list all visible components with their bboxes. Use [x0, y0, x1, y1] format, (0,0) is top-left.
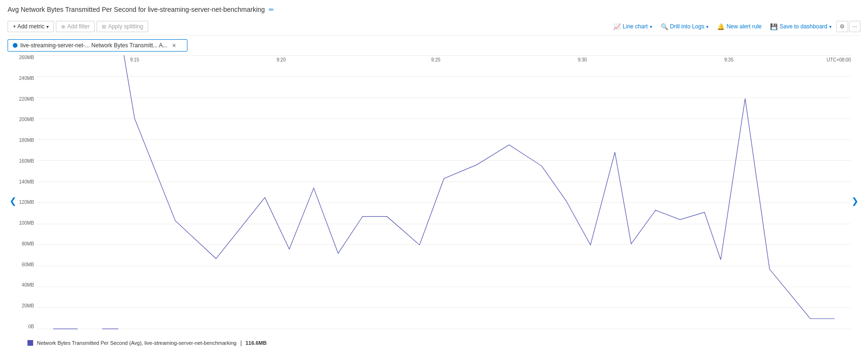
y-axis-label: 40MB [17, 283, 37, 288]
save-dashboard-label: Save to dashboard [779, 23, 827, 30]
filter-icon: ⊕ [61, 24, 65, 30]
legend-color [27, 340, 33, 346]
y-axis-label: 100MB [17, 221, 37, 226]
y-axis-label: 80MB [17, 242, 37, 246]
metric-tag[interactable]: live-streaming-server-net-... Network By… [8, 39, 187, 52]
drill-logs-icon: 🔍 [661, 23, 668, 30]
line-chart-label: Line chart [623, 23, 648, 30]
apply-splitting-label: Apply splitting [108, 23, 143, 30]
chart-next-button[interactable]: ❯ [850, 194, 860, 208]
line-chart-icon: 📈 [613, 23, 621, 30]
new-alert-button[interactable]: 🔔 New alert rule [713, 21, 765, 32]
y-axis-label: 180MB [17, 138, 37, 143]
legend-value: 116.6MB [246, 340, 267, 346]
edit-title-icon[interactable]: ✏ [269, 6, 274, 13]
toolbar: + Add metric ▾ ⊕ Add filter ⊞ Apply spli… [8, 18, 860, 35]
legend-separator: | [240, 340, 242, 346]
y-axis-label: 200MB [17, 117, 37, 122]
apply-splitting-button[interactable]: ⊞ Apply splitting [97, 21, 148, 32]
y-axis-label: 120MB [17, 200, 37, 205]
chart-area: ❮ ❯ 260MB240MB220MB200MB180MB160MB140MB1… [8, 55, 860, 346]
utc-label: UTC+08:00 [827, 57, 851, 62]
drill-logs-label: Drill into Logs [670, 23, 705, 30]
y-axis: 260MB240MB220MB200MB180MB160MB140MB120MB… [17, 55, 37, 338]
more-icon: ··· [852, 23, 857, 30]
add-metric-button[interactable]: + Add metric ▾ [8, 21, 54, 32]
add-metric-chevron-icon: ▾ [46, 24, 49, 29]
metric-tag-close-icon[interactable]: × [172, 42, 176, 49]
y-axis-label: 20MB [17, 304, 37, 308]
drill-logs-chevron-icon: ▾ [706, 24, 709, 29]
y-axis-label: 140MB [17, 180, 37, 184]
y-axis-label: 220MB [17, 97, 37, 102]
y-axis-label: 60MB [17, 262, 37, 267]
new-alert-label: New alert rule [726, 23, 762, 30]
x-axis-label: 9:25 [431, 57, 440, 62]
y-axis-label: 160MB [17, 159, 37, 164]
line-chart-chevron-icon: ▾ [650, 24, 652, 29]
page-title: Avg Network Bytes Transmitted Per Second… [8, 6, 265, 13]
add-filter-button[interactable]: ⊕ Add filter [56, 21, 95, 32]
settings-button[interactable]: ⚙ [836, 21, 848, 32]
y-axis-label: 0B [17, 324, 37, 329]
gear-icon: ⚙ [840, 23, 845, 30]
metric-dot [13, 43, 18, 48]
add-metric-label: + Add metric [13, 23, 44, 30]
drill-logs-button[interactable]: 🔍 Drill into Logs ▾ [657, 21, 713, 32]
chart-prev-button[interactable]: ❮ [8, 194, 18, 208]
save-icon: 💾 [770, 23, 778, 30]
legend-label: Network Bytes Transmitted Per Second (Av… [37, 340, 237, 346]
more-options-button[interactable]: ··· [849, 21, 860, 32]
legend-row: Network Bytes Transmitted Per Second (Av… [8, 340, 860, 346]
y-axis-label: 240MB [17, 76, 37, 81]
metric-tag-label: live-streaming-server-net-... Network By… [20, 42, 168, 49]
x-axis-label: 9:15 [130, 57, 139, 62]
chart-inner: UTC+08:00 9:159:209:259:309:35 [37, 55, 851, 338]
save-dashboard-button[interactable]: 💾 Save to dashboard ▾ [766, 21, 835, 32]
y-axis-label: 260MB [17, 55, 37, 60]
chart-line [37, 55, 851, 329]
x-axis: UTC+08:00 9:159:209:259:309:35 [37, 55, 851, 64]
x-axis-label: 9:20 [276, 57, 285, 62]
x-axis-label: 9:35 [724, 57, 733, 62]
x-axis-label: 9:30 [578, 57, 587, 62]
line-chart-button[interactable]: 📈 Line chart ▾ [610, 21, 656, 32]
split-icon: ⊞ [102, 24, 106, 30]
add-filter-label: Add filter [67, 23, 89, 30]
save-chevron-icon: ▾ [829, 24, 832, 29]
alert-icon: 🔔 [717, 23, 725, 30]
